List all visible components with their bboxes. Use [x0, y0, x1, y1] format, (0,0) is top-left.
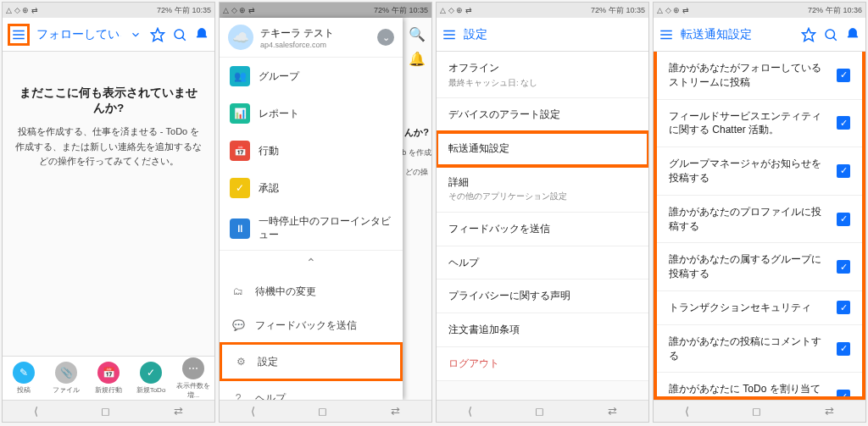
bell-icon[interactable]: [845, 27, 860, 42]
nav-drawer: ☁️ テキーラ テスト ap4.salesforce.com ⌄ 👥 グループ …: [220, 18, 403, 400]
checkbox-checked-icon[interactable]: ✓: [837, 260, 850, 274]
page-title: 設定: [464, 27, 643, 42]
bell-icon[interactable]: 🔔: [409, 51, 426, 67]
svg-marker-12: [803, 28, 815, 41]
groups-icon: 👥: [230, 66, 250, 86]
push-row[interactable]: 誰かがあなたの投稿にコメントする✓: [657, 325, 862, 373]
feed-content: まだここに何も表示されていませんか? 投稿を作成する、仕事を済ませる - ToD…: [3, 52, 214, 356]
star-icon[interactable]: [150, 27, 165, 42]
checkbox-checked-icon[interactable]: ✓: [837, 164, 850, 178]
status-bar: △ ◇ ⊕ ⇄ 72%午前 10:36: [654, 3, 865, 18]
nav-back-icon[interactable]: ⟨: [251, 405, 255, 418]
checkbox-checked-icon[interactable]: ✓: [837, 301, 850, 314]
star-icon[interactable]: [801, 27, 816, 42]
checkbox-checked-icon[interactable]: ✓: [837, 390, 850, 400]
push-row[interactable]: 誰かがあなたに ToDo を割り当てる✓: [657, 373, 862, 400]
drawer-item-paused-flows[interactable]: ⏸ 一時停止中のフローインタビュー: [220, 207, 403, 250]
drawer-item-approvals[interactable]: ✓ 承認: [220, 169, 403, 207]
checkbox-checked-icon[interactable]: ✓: [837, 116, 850, 130]
settings-row-feedback[interactable]: フィードバックを送信: [437, 213, 648, 246]
drawer-item-reports[interactable]: 📊 レポート: [220, 95, 403, 132]
nav-home-icon[interactable]: ◻: [535, 405, 544, 418]
collapse-handle[interactable]: ⌃: [220, 250, 403, 274]
chevron-down-icon[interactable]: [128, 27, 143, 42]
drawer-header[interactable]: ☁️ テキーラ テスト ap4.salesforce.com ⌄: [220, 18, 403, 58]
phone-3-settings: △ ◇ ⊕ ⇄ 72%午前 10:35 設定 オフライン最終キャッシュ日: なし…: [436, 2, 649, 423]
settings-row-offline[interactable]: オフライン最終キャッシュ日: なし: [437, 52, 648, 98]
settings-row-logout[interactable]: ログアウト: [437, 347, 648, 381]
nav-home-icon[interactable]: ◻: [318, 405, 327, 418]
nav-recent-icon[interactable]: ⇄: [608, 405, 617, 418]
approval-icon: ✓: [230, 178, 250, 198]
status-battery: 72%: [157, 6, 172, 14]
svg-point-4: [175, 30, 184, 39]
nav-home-icon[interactable]: ◻: [101, 405, 110, 418]
app-bar: フォローしているもの: [3, 18, 214, 52]
nav-recent-icon[interactable]: ⇄: [391, 405, 400, 418]
search-icon[interactable]: [823, 27, 838, 42]
drawer-item-help[interactable]: ? ヘルプ: [220, 381, 403, 400]
settings-row-push-settings[interactable]: 転送通知設定: [437, 132, 648, 166]
settings-row-advanced[interactable]: 詳細その他のアプリケーション設定: [437, 166, 648, 213]
tab-post[interactable]: ✎投稿: [3, 362, 45, 395]
feedback-icon: 💬: [230, 315, 247, 335]
android-nav: ⟨ ◻ ⇄: [220, 400, 431, 422]
settings-row-device-alerts[interactable]: デバイスのアラート設定: [437, 98, 648, 132]
push-row[interactable]: グループマネージャがお知らせを投稿する✓: [657, 147, 862, 196]
phone-2-drawer: △ ◇ ⊕ ⇄ 72%午前 10:35 🔍 🔔 んか? b を作成 どの操 ☁️…: [219, 2, 432, 423]
nav-back-icon[interactable]: ⟨: [468, 405, 472, 418]
settings-row-order-terms[interactable]: 注文書追加条項: [437, 313, 648, 347]
page-title[interactable]: フォローしているもの: [36, 27, 121, 42]
svg-marker-3: [152, 28, 164, 41]
chevron-down-icon[interactable]: ⌄: [377, 29, 394, 46]
search-icon[interactable]: [172, 27, 187, 42]
nav-back-icon[interactable]: ⟨: [685, 405, 689, 418]
hamburger-icon[interactable]: [659, 27, 674, 42]
drawer-item-feedback[interactable]: 💬 フィードバックを送信: [220, 308, 403, 342]
status-time: 午前 10:35: [175, 5, 211, 16]
phone-1-feed: △ ◇ ⊕ ⇄ 72% 午前 10:35 フォローしているもの まだここに何も表…: [2, 2, 215, 423]
flow-icon: ⏸: [230, 219, 250, 239]
nav-recent-icon[interactable]: ⇄: [825, 405, 834, 418]
drawer-item-pending-changes[interactable]: 🗂 待機中の変更: [220, 274, 403, 308]
user-org: ap4.salesforce.com: [260, 41, 370, 49]
svg-point-13: [826, 30, 835, 39]
bottom-tabs: ✎投稿 📎ファイル 📅新規行動 ✓新規ToDo ⋯表示件数を増...: [3, 356, 214, 400]
gear-icon: ⚙: [232, 351, 249, 372]
app-bar: 設定: [437, 18, 648, 52]
push-row[interactable]: 誰かがあなたがフォローしているストリームに投稿✓: [657, 52, 862, 100]
nav-home-icon[interactable]: ◻: [752, 405, 761, 418]
search-icon[interactable]: 🔍: [409, 26, 426, 42]
highlight-hamburger: [8, 24, 30, 46]
push-row[interactable]: 誰かがあなたのプロファイルに投稿する✓: [657, 196, 862, 244]
drawer-item-events[interactable]: 📅 行動: [220, 132, 403, 169]
hamburger-icon[interactable]: [11, 27, 26, 42]
settings-row-privacy[interactable]: プライバシーに関する声明: [437, 279, 648, 313]
tab-todo[interactable]: ✓新規ToDo: [130, 362, 172, 395]
svg-line-5: [182, 37, 186, 41]
nav-back-icon[interactable]: ⟨: [34, 405, 38, 418]
tab-more[interactable]: ⋯表示件数を増...: [172, 357, 214, 400]
drawer-item-groups[interactable]: 👥 グループ: [220, 58, 403, 95]
page-title: 転送通知設定: [681, 27, 794, 42]
phone-4-push-settings: △ ◇ ⊕ ⇄ 72%午前 10:36 転送通知設定 誰かがあなたがフォローして…: [653, 2, 866, 423]
checkbox-checked-icon[interactable]: ✓: [837, 213, 850, 226]
app-bar: 転送通知設定: [654, 18, 865, 52]
nav-recent-icon[interactable]: ⇄: [174, 405, 183, 418]
push-row[interactable]: フィールドサービスエンティティに関する Chatter 活動。✓: [657, 100, 862, 148]
tab-event[interactable]: 📅新規行動: [87, 362, 130, 395]
settings-list: オフライン最終キャッシュ日: なし デバイスのアラート設定 転送通知設定 詳細そ…: [437, 52, 648, 381]
checkbox-checked-icon[interactable]: ✓: [837, 69, 850, 82]
drawer-item-settings[interactable]: ⚙ 設定: [220, 342, 403, 381]
tab-file[interactable]: 📎ファイル: [45, 362, 87, 395]
push-row[interactable]: トランザクションセキュリティ✓: [657, 291, 862, 325]
empty-state-body: 投稿を作成する、仕事を済ませる - ToDo を作成する、または新しい連絡先を追…: [14, 124, 203, 169]
push-row[interactable]: 誰かがあなたの属するグループに投稿する✓: [657, 243, 862, 291]
checkbox-checked-icon[interactable]: ✓: [837, 342, 850, 356]
hamburger-icon[interactable]: [442, 27, 457, 42]
settings-row-help[interactable]: ヘルプ: [437, 246, 648, 280]
push-settings-list: 誰かがあなたがフォローしているストリームに投稿✓ フィールドサービスエンティティ…: [654, 52, 865, 400]
bell-icon[interactable]: [194, 27, 209, 42]
background-peek: 🔍 🔔 んか? b を作成 どの操: [401, 18, 431, 400]
user-name: テキーラ テスト: [260, 26, 370, 41]
